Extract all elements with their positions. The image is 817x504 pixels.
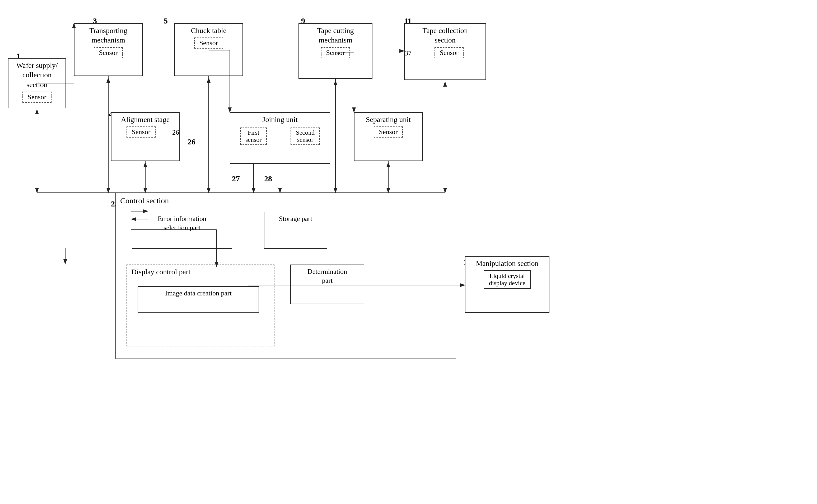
wafer-supply-title: Wafer supply/ collection section bbox=[8, 59, 65, 91]
alignment-sensor-num: 26 bbox=[172, 129, 179, 136]
manipulation-box: Manipulation section Liquid crystal disp… bbox=[465, 256, 550, 313]
joining-box: Joining unit First sensor Second sensor bbox=[230, 112, 330, 164]
n37-in-box: 37 bbox=[405, 49, 412, 57]
transporting-box: Transporting mechanism Sensor bbox=[74, 23, 143, 76]
alignment-box: Alignment stage Sensor 26 bbox=[111, 112, 180, 161]
label-5: 5 bbox=[164, 16, 168, 25]
wafer-supply-sensor: Sensor bbox=[22, 92, 52, 103]
storage-box: Storage part bbox=[264, 212, 327, 249]
diagram: 1 3 4 5 8 9 10 11 13 25 26 27 28 29 32 3… bbox=[0, 0, 817, 504]
label-28: 28 bbox=[264, 174, 272, 183]
separating-sensor: Sensor bbox=[374, 126, 403, 138]
transporting-title: Transporting mechanism bbox=[74, 24, 142, 46]
chuck-sensor: Sensor bbox=[194, 37, 223, 49]
image-data-title: Image data creation part bbox=[138, 287, 258, 299]
image-data-box: Image data creation part bbox=[138, 286, 259, 313]
tape-cutting-box: Tape cutting mechanism Sensor bbox=[298, 23, 372, 79]
storage-title: Storage part bbox=[264, 212, 327, 224]
label-26: 26 bbox=[187, 137, 195, 146]
error-info-title: Error information selection part bbox=[132, 212, 232, 233]
determination-title: Determination part bbox=[291, 265, 364, 286]
display-control-dashed: Display control part Image data creation… bbox=[126, 265, 274, 346]
alignment-sensor: Sensor bbox=[126, 126, 156, 138]
separating-box: Separating unit Sensor bbox=[354, 112, 423, 161]
tape-collection-box: Tape collection section 37 Sensor bbox=[404, 23, 486, 80]
manipulation-title: Manipulation section bbox=[466, 257, 549, 269]
joining-second-sensor: Second sensor bbox=[290, 128, 320, 145]
chuck-title: Chuck table bbox=[175, 24, 242, 36]
error-info-box: Error information selection part bbox=[132, 212, 232, 249]
wafer-supply-box: Wafer supply/ collection section Sensor bbox=[8, 58, 66, 108]
alignment-title: Alignment stage bbox=[111, 113, 179, 125]
determination-box: Determination part bbox=[290, 265, 364, 304]
tape-cutting-title: Tape cutting mechanism bbox=[299, 24, 372, 46]
joining-first-sensor: First sensor bbox=[240, 128, 267, 145]
control-section-box: Control section Error information select… bbox=[115, 193, 456, 359]
tape-cutting-sensor: Sensor bbox=[321, 47, 350, 58]
label-27: 27 bbox=[232, 174, 240, 183]
tape-collection-title: Tape collection section bbox=[405, 24, 486, 46]
joining-title: Joining unit bbox=[230, 113, 330, 125]
transporting-sensor: Sensor bbox=[94, 47, 123, 58]
display-control-title: Display control part bbox=[127, 265, 274, 278]
tape-collection-sensor: Sensor bbox=[435, 47, 464, 58]
chuck-box: Chuck table Sensor bbox=[174, 23, 243, 76]
separating-title: Separating unit bbox=[354, 113, 422, 125]
control-section-title: Control section bbox=[116, 193, 456, 208]
lcd-box: Liquid crystal display device bbox=[484, 270, 531, 289]
